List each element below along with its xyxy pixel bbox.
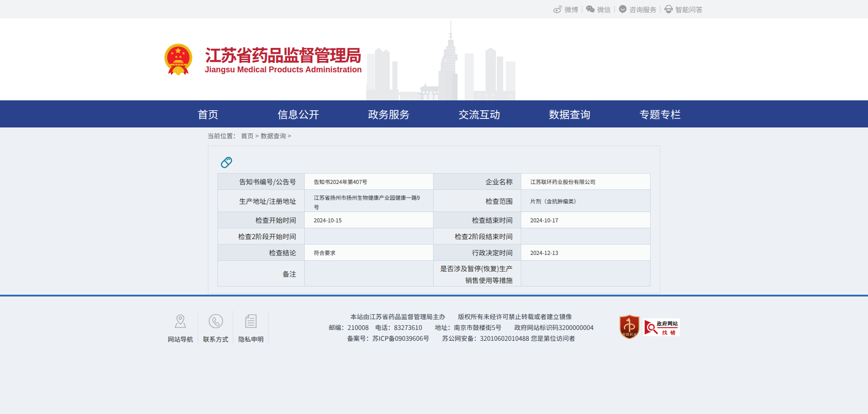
svg-text:找错: 找错	[662, 329, 679, 336]
svg-text:政府网站: 政府网站	[656, 320, 678, 327]
svg-text:党政机关: 党政机关	[622, 332, 637, 337]
